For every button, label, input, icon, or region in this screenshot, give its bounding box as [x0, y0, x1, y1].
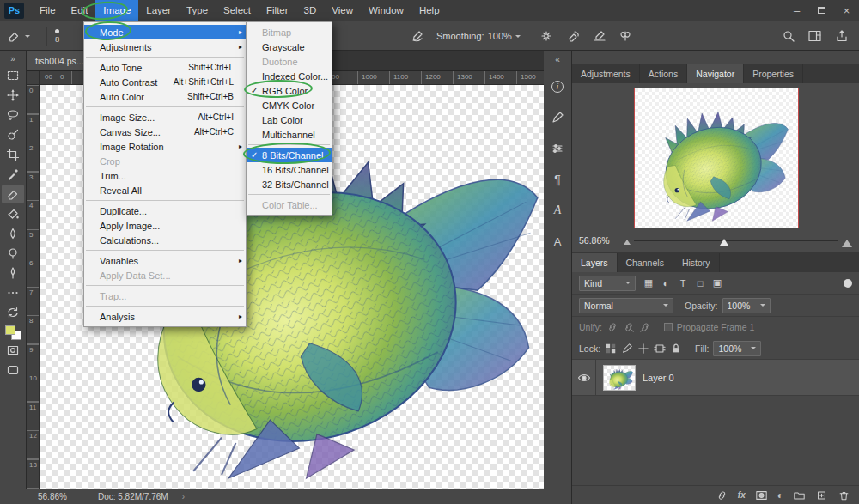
menubar-item[interactable]: Type	[179, 0, 216, 21]
menubar-item[interactable]: Select	[216, 0, 259, 21]
smoothing-control[interactable]: Smoothing: 100%	[436, 21, 521, 51]
navigator-zoom-slider[interactable]	[634, 233, 838, 248]
lock-position-icon[interactable]	[637, 343, 649, 355]
move-tool[interactable]	[2, 86, 24, 105]
layer-style-icon[interactable]: fx	[738, 490, 746, 500]
search-button[interactable]	[782, 21, 795, 51]
menu-item[interactable]: Calculations...	[84, 233, 246, 247]
quick-mask-button[interactable]	[2, 341, 24, 360]
info-panel-button[interactable]: i	[548, 78, 567, 95]
menu-item[interactable]: Trap...	[84, 288, 246, 303]
marquee-tool[interactable]	[2, 66, 24, 85]
pressure-size-toggle[interactable]	[593, 21, 606, 51]
minimize-button[interactable]: –	[784, 0, 809, 21]
menu-item[interactable]: Apply Data Set...	[84, 268, 246, 282]
eraser-tool[interactable]	[2, 185, 24, 203]
rotate-view-tool[interactable]	[2, 303, 24, 322]
menu-item[interactable]: Auto Color Shift+Ctrl+B	[84, 89, 246, 104]
menu-item[interactable]: Indexed Color...	[247, 69, 332, 83]
erase-to-history-toggle[interactable]	[567, 21, 581, 51]
glyphs-panel-button[interactable]: A	[548, 202, 567, 219]
color-swatches[interactable]	[5, 325, 21, 340]
new-layer-icon[interactable]	[815, 489, 828, 501]
menu-item[interactable]: 32 Bits/Channel	[247, 177, 332, 191]
collapse-panels-button[interactable]: «	[555, 55, 560, 64]
layer-filter-icon[interactable]: □	[691, 276, 709, 291]
close-button[interactable]: ×	[834, 0, 859, 21]
menu-item[interactable]: Mode ▸	[84, 25, 246, 39]
menubar-item[interactable]: Filter	[259, 0, 296, 21]
lock-artboard-icon[interactable]	[654, 343, 666, 355]
lock-transparency-icon[interactable]	[605, 343, 617, 355]
panel-tab[interactable]: Properties	[744, 64, 803, 83]
unify-style-icon[interactable]	[639, 321, 651, 333]
slider-thumb[interactable]	[720, 234, 728, 246]
lock-all-icon[interactable]	[670, 343, 682, 355]
zoom-in-icon[interactable]	[842, 234, 852, 247]
layer-filtering-toggle[interactable]	[844, 279, 852, 288]
layer-mask-icon[interactable]	[755, 489, 768, 501]
menubar-item[interactable]: File	[32, 0, 64, 21]
adjustment-layer-icon[interactable]: ◐	[777, 489, 783, 501]
menu-item[interactable]	[248, 194, 330, 195]
panel-tab[interactable]: Adjustments	[572, 64, 640, 83]
layer-filter-icon[interactable]: T	[674, 276, 691, 291]
menu-item[interactable]	[248, 144, 330, 145]
navigator-preview[interactable]	[634, 88, 799, 228]
menu-item[interactable]: Crop	[84, 154, 246, 168]
workspace-switcher[interactable]	[807, 21, 822, 51]
layer-name[interactable]: Layer 0	[643, 373, 674, 383]
ruler-origin[interactable]	[27, 71, 40, 85]
panel-tab[interactable]: Layers	[572, 253, 618, 272]
zoom-level[interactable]: 56.86%	[38, 492, 67, 501]
screen-mode-button[interactable]	[2, 361, 24, 380]
menu-item[interactable]: Reveal All	[84, 183, 246, 197]
menu-item[interactable]: Auto Contrast Alt+Shift+Ctrl+L	[84, 75, 246, 89]
status-options-chevron-icon[interactable]: ›	[182, 492, 185, 501]
tool-presets-panel-button[interactable]	[548, 140, 567, 157]
menu-item[interactable]: Grayscale	[247, 39, 332, 54]
blend-mode-select[interactable]: Normal	[579, 298, 673, 313]
menu-item[interactable]: 16 Bits/Channel	[247, 162, 332, 177]
blur-tool[interactable]	[2, 224, 24, 243]
menu-item[interactable]: Duotone	[247, 54, 332, 69]
symmetry-toggle[interactable]	[618, 21, 632, 51]
eyedropper-tool[interactable]	[2, 165, 24, 184]
zoom-out-icon[interactable]	[624, 236, 631, 245]
menubar-item[interactable]: Image	[95, 0, 138, 21]
menu-item[interactable]: Lab Color	[247, 112, 332, 127]
dodge-tool[interactable]	[2, 244, 24, 263]
brush-size-preview[interactable]: 8	[55, 21, 59, 51]
menu-item[interactable]: ✓ 8 Bits/Channel	[247, 148, 332, 162]
menu-item[interactable]: Duplicate...	[84, 203, 246, 218]
menubar-item[interactable]: View	[324, 0, 361, 21]
paragraph-panel-button[interactable]: ¶	[548, 171, 567, 188]
edit-toolbar-button[interactable]	[2, 283, 24, 302]
airbrush-toggle[interactable]	[411, 21, 424, 51]
group-icon[interactable]	[793, 489, 806, 501]
menubar-item[interactable]: Help	[411, 0, 448, 21]
opacity-select[interactable]: 100%	[722, 298, 771, 313]
layer-filter-icon[interactable]: ▦	[640, 276, 657, 291]
layer-filter-icon[interactable]: ▣	[709, 276, 726, 291]
menu-item[interactable]	[86, 250, 244, 251]
menu-item[interactable]: Adjustments ▸	[84, 39, 246, 54]
menu-item[interactable]	[86, 285, 244, 286]
menubar-item[interactable]: Window	[361, 0, 411, 21]
character-panel-button[interactable]: A	[548, 233, 567, 250]
paint-bucket-tool[interactable]	[2, 204, 24, 223]
menu-item[interactable]: Auto Tone Shift+Ctrl+L	[84, 60, 246, 75]
smoothing-options-button[interactable]	[539, 21, 553, 51]
unify-position-icon[interactable]	[606, 321, 618, 333]
crop-tool[interactable]	[2, 145, 24, 164]
tool-preset-picker[interactable]	[6, 21, 30, 51]
lasso-tool[interactable]	[2, 106, 24, 124]
panel-tab[interactable]: Actions	[640, 64, 687, 83]
menubar-item[interactable]: 3D	[296, 0, 325, 21]
restore-button[interactable]	[809, 0, 834, 21]
menu-item[interactable]: Analysis ▸	[84, 309, 246, 324]
menu-item[interactable]: Trim...	[84, 168, 246, 183]
menu-item[interactable]: Canvas Size... Alt+Ctrl+C	[84, 124, 246, 139]
layer-thumbnail[interactable]	[603, 365, 636, 391]
menu-item[interactable]: Image Size... Alt+Ctrl+I	[84, 110, 246, 124]
